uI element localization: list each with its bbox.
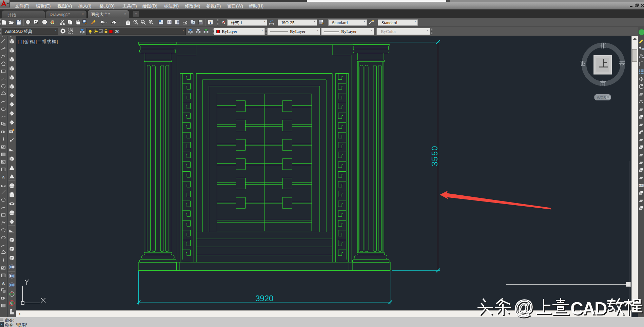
svg-text:CAD: CAD: [570, 299, 607, 318]
svg-text:@: @: [514, 296, 533, 318]
